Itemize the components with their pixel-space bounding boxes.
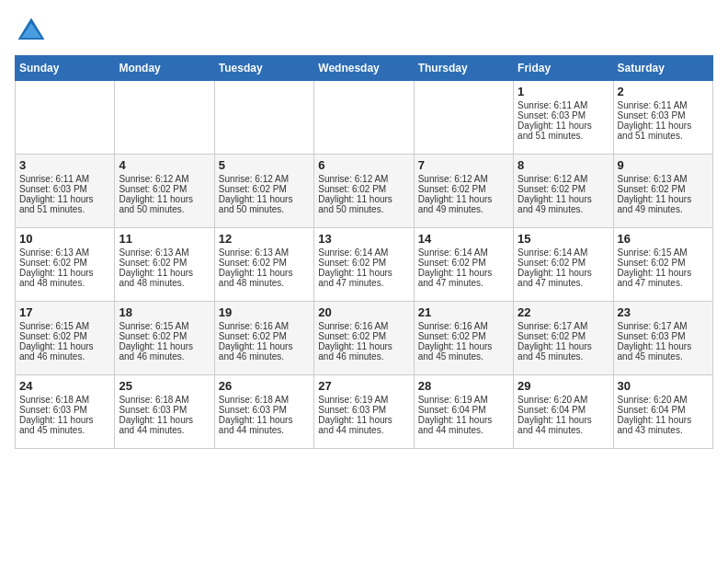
day-number: 28 — [418, 379, 509, 393]
day-number: 12 — [219, 232, 310, 246]
day-number: 11 — [119, 232, 210, 246]
daylight-text: Daylight: 11 hours and 49 minutes. — [418, 194, 493, 214]
day-number: 15 — [518, 232, 609, 246]
sunrise-text: Sunrise: 6:11 AM — [19, 174, 89, 184]
sunset-text: Sunset: 6:03 PM — [219, 405, 287, 415]
daylight-text: Daylight: 11 hours and 46 minutes. — [19, 341, 94, 362]
daylight-text: Daylight: 11 hours and 51 minutes. — [19, 194, 94, 214]
daylight-text: Daylight: 11 hours and 48 minutes. — [19, 268, 94, 288]
daylight-text: Daylight: 11 hours and 45 minutes. — [518, 341, 592, 362]
sunrise-text: Sunrise: 6:17 AM — [618, 321, 688, 331]
daylight-text: Daylight: 11 hours and 46 minutes. — [119, 341, 193, 362]
day-number: 1 — [518, 85, 609, 98]
sunset-text: Sunset: 6:03 PM — [19, 405, 87, 415]
sunrise-text: Sunrise: 6:13 AM — [219, 247, 289, 258]
sunrise-text: Sunrise: 6:14 AM — [318, 247, 388, 258]
calendar-cell: 5 Sunrise: 6:12 AM Sunset: 6:02 PM Dayli… — [214, 155, 313, 228]
day-header-friday: Friday — [514, 56, 613, 81]
daylight-text: Daylight: 11 hours and 47 minutes. — [518, 268, 592, 288]
day-number: 7 — [418, 158, 509, 172]
sunrise-text: Sunrise: 6:15 AM — [119, 321, 188, 331]
sunset-text: Sunset: 6:02 PM — [19, 258, 87, 268]
sunrise-text: Sunrise: 6:12 AM — [318, 174, 388, 184]
daylight-text: Daylight: 11 hours and 48 minutes. — [119, 268, 193, 288]
daylight-text: Daylight: 11 hours and 46 minutes. — [318, 341, 392, 362]
calendar-cell: 24 Sunrise: 6:18 AM Sunset: 6:03 PM Dayl… — [16, 375, 115, 449]
calendar-cell: 4 Sunrise: 6:12 AM Sunset: 6:02 PM Dayli… — [115, 155, 214, 228]
sunset-text: Sunset: 6:02 PM — [418, 258, 486, 268]
sunrise-text: Sunrise: 6:11 AM — [618, 100, 688, 110]
daylight-text: Daylight: 11 hours and 50 minutes. — [219, 194, 293, 214]
sunrise-text: Sunrise: 6:15 AM — [19, 321, 89, 331]
daylight-text: Daylight: 11 hours and 48 minutes. — [219, 268, 293, 288]
day-number: 14 — [418, 232, 509, 246]
day-number: 20 — [318, 305, 409, 319]
daylight-text: Daylight: 11 hours and 46 minutes. — [219, 341, 293, 362]
day-header-sunday: Sunday — [16, 56, 115, 81]
day-header-wednesday: Wednesday — [314, 56, 414, 81]
daylight-text: Daylight: 11 hours and 44 minutes. — [518, 415, 592, 435]
sunrise-text: Sunrise: 6:12 AM — [119, 174, 188, 184]
calendar-cell — [314, 81, 414, 155]
calendar-week-row: 17 Sunrise: 6:15 AM Sunset: 6:02 PM Dayl… — [16, 302, 713, 375]
calendar-cell: 6 Sunrise: 6:12 AM Sunset: 6:02 PM Dayli… — [314, 155, 414, 228]
daylight-text: Daylight: 11 hours and 45 minutes. — [418, 341, 493, 362]
calendar-cell — [214, 81, 313, 155]
day-number: 9 — [618, 158, 709, 172]
calendar-cell — [115, 81, 214, 155]
sunrise-text: Sunrise: 6:13 AM — [119, 247, 188, 258]
daylight-text: Daylight: 11 hours and 49 minutes. — [618, 194, 692, 214]
calendar-cell: 2 Sunrise: 6:11 AM Sunset: 6:03 PM Dayli… — [613, 81, 712, 155]
calendar-cell: 28 Sunrise: 6:19 AM Sunset: 6:04 PM Dayl… — [414, 375, 513, 449]
calendar-cell: 27 Sunrise: 6:19 AM Sunset: 6:03 PM Dayl… — [314, 375, 414, 449]
daylight-text: Daylight: 11 hours and 51 minutes. — [618, 121, 692, 141]
sunset-text: Sunset: 6:02 PM — [318, 184, 386, 194]
day-number: 22 — [518, 305, 609, 319]
sunset-text: Sunset: 6:02 PM — [119, 258, 187, 268]
sunset-text: Sunset: 6:02 PM — [318, 258, 386, 268]
calendar-cell: 3 Sunrise: 6:11 AM Sunset: 6:03 PM Dayli… — [16, 155, 115, 228]
day-number: 24 — [19, 379, 110, 393]
sunset-text: Sunset: 6:02 PM — [119, 331, 187, 341]
calendar-cell: 16 Sunrise: 6:15 AM Sunset: 6:02 PM Dayl… — [613, 228, 712, 302]
daylight-text: Daylight: 11 hours and 50 minutes. — [119, 194, 193, 214]
sunset-text: Sunset: 6:02 PM — [618, 184, 686, 194]
calendar-cell: 17 Sunrise: 6:15 AM Sunset: 6:02 PM Dayl… — [16, 302, 115, 375]
day-header-tuesday: Tuesday — [214, 56, 313, 81]
daylight-text: Daylight: 11 hours and 47 minutes. — [618, 268, 692, 288]
daylight-text: Daylight: 11 hours and 44 minutes. — [418, 415, 493, 435]
day-header-monday: Monday — [115, 56, 214, 81]
sunrise-text: Sunrise: 6:18 AM — [119, 395, 188, 405]
sunrise-text: Sunrise: 6:16 AM — [318, 321, 388, 331]
calendar-week-row: 3 Sunrise: 6:11 AM Sunset: 6:03 PM Dayli… — [16, 155, 713, 228]
sunset-text: Sunset: 6:02 PM — [518, 258, 586, 268]
sunrise-text: Sunrise: 6:16 AM — [418, 321, 488, 331]
sunrise-text: Sunrise: 6:13 AM — [19, 247, 89, 258]
sunset-text: Sunset: 6:03 PM — [518, 110, 586, 121]
day-number: 16 — [618, 232, 709, 246]
day-number: 17 — [19, 305, 110, 319]
sunset-text: Sunset: 6:02 PM — [518, 331, 586, 341]
sunrise-text: Sunrise: 6:16 AM — [219, 321, 289, 331]
calendar-cell: 15 Sunrise: 6:14 AM Sunset: 6:02 PM Dayl… — [514, 228, 613, 302]
calendar-table: SundayMondayTuesdayWednesdayThursdayFrid… — [15, 55, 713, 449]
calendar-cell: 13 Sunrise: 6:14 AM Sunset: 6:02 PM Dayl… — [314, 228, 414, 302]
day-number: 3 — [19, 158, 110, 172]
day-header-saturday: Saturday — [613, 56, 712, 81]
sunset-text: Sunset: 6:03 PM — [119, 405, 187, 415]
day-number: 30 — [618, 379, 709, 393]
day-number: 2 — [618, 85, 709, 98]
daylight-text: Daylight: 11 hours and 44 minutes. — [318, 415, 392, 435]
calendar-cell: 26 Sunrise: 6:18 AM Sunset: 6:03 PM Dayl… — [214, 375, 313, 449]
sunset-text: Sunset: 6:02 PM — [219, 331, 287, 341]
sunrise-text: Sunrise: 6:18 AM — [219, 395, 289, 405]
calendar-cell: 25 Sunrise: 6:18 AM Sunset: 6:03 PM Dayl… — [115, 375, 214, 449]
sunrise-text: Sunrise: 6:12 AM — [219, 174, 289, 184]
sunrise-text: Sunrise: 6:15 AM — [618, 247, 688, 258]
calendar-header-row: SundayMondayTuesdayWednesdayThursdayFrid… — [16, 56, 713, 81]
day-number: 19 — [219, 305, 310, 319]
daylight-text: Daylight: 11 hours and 45 minutes. — [19, 415, 94, 435]
sunset-text: Sunset: 6:02 PM — [418, 331, 486, 341]
sunset-text: Sunset: 6:02 PM — [618, 258, 686, 268]
daylight-text: Daylight: 11 hours and 44 minutes. — [119, 415, 193, 435]
